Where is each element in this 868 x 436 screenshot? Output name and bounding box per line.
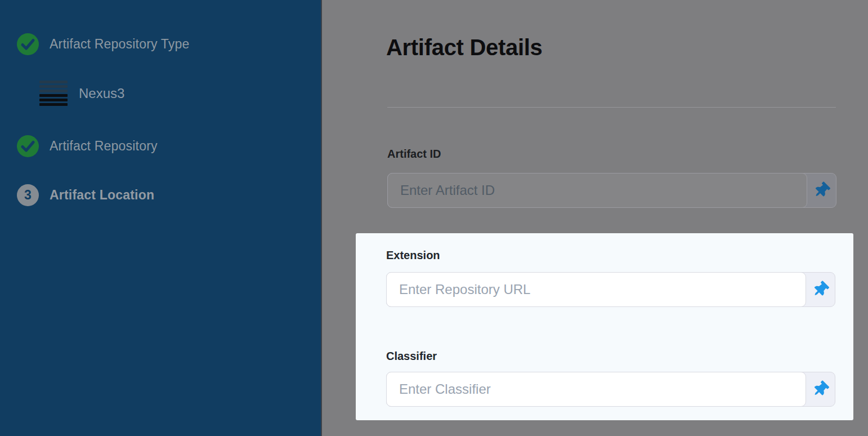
extension-pin-button[interactable] [806, 273, 835, 306]
step-artifact-location[interactable]: 3 Artifact Location [17, 184, 154, 206]
step-number-icon: 3 [17, 184, 39, 206]
step-artifact-repository[interactable]: Artifact Repository [17, 135, 158, 157]
step-label: Artifact Repository [50, 139, 158, 154]
classifier-input-row [386, 372, 835, 407]
artifact-id-input[interactable] [387, 173, 807, 208]
page-title: Artifact Details [386, 35, 543, 60]
artifact-wizard-dialog: Artifact Repository Type Nexus3 Artifact… [0, 0, 868, 436]
pushpin-icon [811, 280, 830, 300]
tour-spotlight-box: Extension Classifier [356, 233, 853, 420]
divider [387, 107, 836, 108]
wizard-steps-sidebar: Artifact Repository Type Nexus3 Artifact… [0, 0, 322, 436]
stack-lines-icon [39, 81, 68, 106]
step-complete-check-icon [17, 135, 39, 157]
artifact-id-label: Artifact ID [387, 148, 441, 161]
step-label: Artifact Location [50, 188, 154, 203]
step-label: Artifact Repository Type [50, 37, 190, 52]
artifact-id-pin-button[interactable] [807, 173, 836, 207]
pushpin-icon [811, 380, 830, 399]
step-number: 3 [24, 189, 32, 202]
extension-input[interactable] [386, 272, 806, 307]
repository-type-label: Nexus3 [79, 86, 124, 101]
extension-label: Extension [386, 249, 440, 262]
artifact-id-input-row [387, 173, 836, 208]
step-artifact-repository-type[interactable]: Artifact Repository Type [17, 33, 190, 55]
selected-repository-type-nexus3[interactable]: Nexus3 [39, 81, 124, 106]
classifier-label: Classifier [386, 350, 437, 363]
pushpin-icon [812, 181, 831, 201]
extension-input-row [386, 272, 835, 307]
classifier-pin-button[interactable] [806, 372, 835, 406]
checkmark-icon [17, 135, 39, 157]
checkmark-icon [17, 33, 39, 55]
step-complete-check-icon [17, 33, 39, 55]
classifier-input[interactable] [386, 372, 806, 407]
